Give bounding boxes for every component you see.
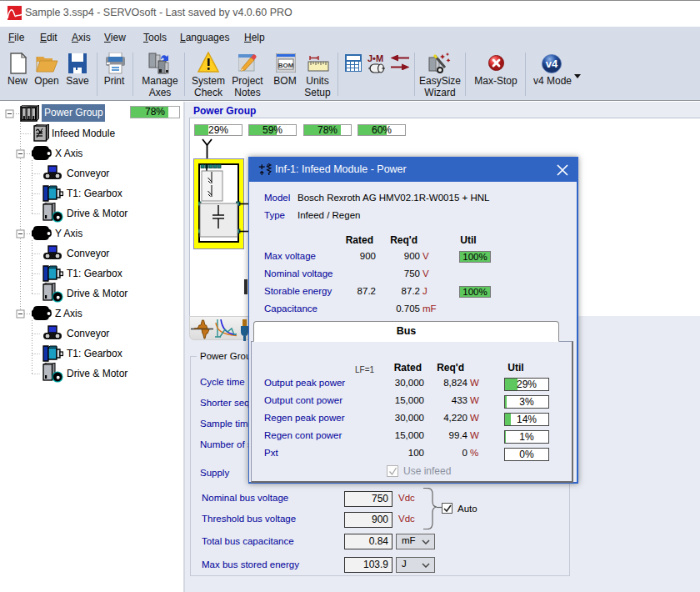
svg-text:BOM: BOM — [278, 62, 294, 69]
svg-text:v4: v4 — [546, 58, 558, 70]
